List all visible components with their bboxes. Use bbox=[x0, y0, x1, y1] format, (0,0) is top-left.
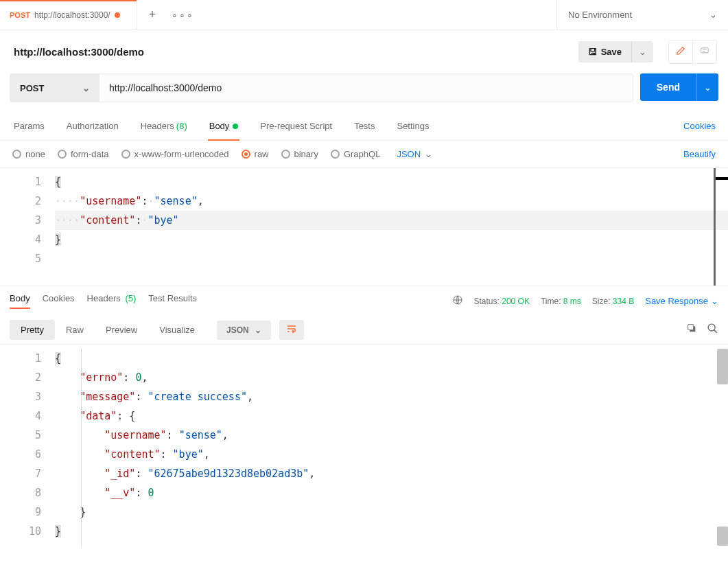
response-action-icons bbox=[686, 323, 718, 337]
radio-icon bbox=[331, 150, 340, 159]
tab-title: http://localhost:3000/ bbox=[34, 10, 110, 20]
request-body-editor[interactable]: 1 2 3 4 5 { ····"username":·"sense", ···… bbox=[0, 167, 728, 286]
body-type-graphql[interactable]: GraphQL bbox=[331, 149, 380, 159]
response-tab-headers[interactable]: Headers (5) bbox=[87, 293, 137, 309]
tab-overflow-button[interactable]: ∘∘∘ bbox=[167, 0, 198, 30]
view-visualize[interactable]: Visualize bbox=[148, 320, 206, 340]
time-value: 8 ms bbox=[563, 297, 581, 306]
line-number: 7 bbox=[0, 464, 41, 483]
chevron-down-icon: ⌄ bbox=[425, 149, 432, 159]
label: form-data bbox=[71, 149, 109, 159]
line-number: 10 bbox=[0, 522, 41, 541]
json-key: "__v" bbox=[104, 487, 135, 499]
response-meta: Status: 200 OK Time: 8 ms Size: 334 B Sa… bbox=[452, 294, 719, 308]
cookies-link[interactable]: Cookies bbox=[683, 121, 716, 131]
label: JSON bbox=[226, 325, 249, 335]
indent-guide bbox=[81, 349, 82, 546]
tab-settings[interactable]: Settings bbox=[395, 112, 430, 140]
cursor-indicator bbox=[714, 177, 728, 180]
new-tab-button[interactable]: + bbox=[137, 0, 167, 30]
request-tab[interactable]: POST http://localhost:3000/ bbox=[0, 0, 137, 30]
tabs-strip: POST http://localhost:3000/ + ∘∘∘ No Env… bbox=[0, 0, 728, 30]
label: Save Response bbox=[645, 296, 708, 306]
view-pretty[interactable]: Pretty bbox=[10, 320, 55, 340]
json-key: "errno" bbox=[80, 371, 123, 384]
body-type-raw[interactable]: raw bbox=[242, 149, 269, 159]
headers-count: (8) bbox=[176, 121, 187, 131]
save-dropdown-button[interactable]: ⌄ bbox=[631, 41, 653, 62]
request-gutter: 1 2 3 4 5 bbox=[0, 168, 55, 286]
body-type-row: none form-data x-www-form-urlencoded raw… bbox=[0, 141, 728, 167]
svg-point-4 bbox=[708, 324, 715, 331]
label: GraphQL bbox=[344, 149, 380, 159]
response-view-tabs: Pretty Raw Preview Visualize bbox=[10, 320, 206, 340]
json-key: "content" bbox=[80, 214, 135, 227]
scrollbar-thumb-bottom[interactable] bbox=[717, 526, 728, 546]
beautify-link[interactable]: Beautify bbox=[683, 149, 716, 159]
response-tab-test-results[interactable]: Test Results bbox=[148, 293, 197, 309]
line-number: 9 bbox=[0, 502, 41, 522]
headers-count: (5) bbox=[125, 293, 136, 303]
http-method-select[interactable]: POST ⌄ bbox=[10, 74, 99, 102]
body-type-none[interactable]: none bbox=[12, 149, 45, 159]
tab-method-label: POST bbox=[10, 11, 30, 19]
scrollbar-thumb[interactable] bbox=[717, 349, 728, 384]
radio-icon bbox=[281, 150, 290, 159]
environment-label: No Environment bbox=[568, 10, 632, 20]
size-value: 334 B bbox=[613, 297, 634, 306]
request-subtabs: Params Authorization Headers (8) Body Pr… bbox=[0, 112, 728, 141]
share-group bbox=[668, 40, 717, 64]
response-format-select[interactable]: JSON ⌄ bbox=[217, 321, 271, 340]
view-preview[interactable]: Preview bbox=[95, 320, 148, 340]
environment-selector[interactable]: No Environment ⌄ bbox=[556, 0, 728, 30]
body-type-x-www-form-urlencoded[interactable]: x-www-form-urlencoded bbox=[121, 149, 229, 159]
send-button[interactable]: Send bbox=[640, 73, 696, 101]
label: none bbox=[25, 149, 45, 159]
tab-headers-label: Headers bbox=[141, 121, 174, 131]
save-icon: 🖫 bbox=[588, 47, 597, 57]
raw-format-select[interactable]: JSON ⌄ bbox=[397, 149, 432, 159]
view-raw[interactable]: Raw bbox=[55, 320, 95, 340]
line-number: 5 bbox=[0, 249, 41, 268]
label: binary bbox=[294, 149, 318, 159]
overview-ruler bbox=[714, 168, 716, 286]
line-number: 6 bbox=[0, 445, 41, 464]
response-tab-body[interactable]: Body bbox=[10, 293, 30, 309]
chevron-down-icon: ⌄ bbox=[82, 83, 90, 93]
search-icon[interactable] bbox=[707, 323, 718, 337]
body-type-form-data[interactable]: form-data bbox=[58, 149, 109, 159]
tab-headers[interactable]: Headers (8) bbox=[139, 112, 189, 140]
response-gutter: 1 2 3 4 5 6 7 8 9 10 bbox=[0, 345, 55, 550]
url-group: POST ⌄ bbox=[10, 73, 633, 102]
wrap-lines-button[interactable] bbox=[279, 320, 304, 340]
tab-tests[interactable]: Tests bbox=[353, 112, 376, 140]
edit-icon-button[interactable] bbox=[669, 40, 692, 63]
radio-icon bbox=[58, 150, 67, 159]
tab-params[interactable]: Params bbox=[12, 112, 46, 140]
tab-authorization[interactable]: Authorization bbox=[65, 112, 120, 140]
globe-icon[interactable] bbox=[452, 294, 463, 308]
comment-icon-button[interactable] bbox=[692, 40, 716, 63]
label: raw bbox=[255, 149, 269, 159]
chevron-down-icon: ⌄ bbox=[255, 325, 261, 335]
json-key: "_id" bbox=[104, 467, 135, 480]
unsaved-dot-icon bbox=[115, 12, 120, 18]
line-number: 1 bbox=[0, 349, 41, 368]
save-response-link[interactable]: Save Response ⌄ bbox=[645, 296, 718, 306]
send-dropdown-button[interactable]: ⌄ bbox=[696, 73, 718, 101]
tab-prerequest[interactable]: Pre-request Script bbox=[259, 112, 333, 140]
line-number: 8 bbox=[0, 483, 41, 502]
response-tab-cookies[interactable]: Cookies bbox=[43, 293, 75, 309]
body-type-binary[interactable]: binary bbox=[281, 149, 318, 159]
request-code-area[interactable]: { ····"username":·"sense", ····"content"… bbox=[55, 168, 728, 286]
json-key: "data" bbox=[80, 410, 117, 422]
url-input[interactable] bbox=[99, 74, 633, 102]
tab-body[interactable]: Body bbox=[208, 112, 240, 140]
save-button[interactable]: 🖫 Save bbox=[578, 41, 631, 62]
response-code-area[interactable]: { "errno": 0, "message": "create success… bbox=[55, 345, 728, 550]
line-number: 3 bbox=[0, 387, 41, 406]
response-view-row: Pretty Raw Preview Visualize JSON ⌄ bbox=[0, 313, 728, 344]
size-label: Size: bbox=[592, 297, 611, 306]
response-body-editor[interactable]: 1 2 3 4 5 6 7 8 9 10 { "errno": 0, "mess… bbox=[0, 344, 728, 550]
copy-icon[interactable] bbox=[686, 323, 697, 337]
